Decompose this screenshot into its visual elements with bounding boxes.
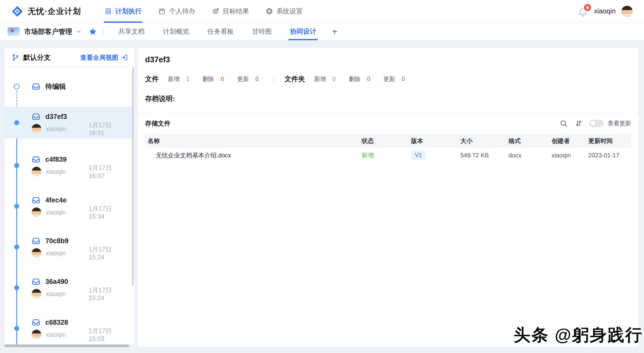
nav-tab-label: 系统设置 xyxy=(276,7,303,16)
timeline-pending-node xyxy=(14,84,20,90)
commit-detail-panel: d37ef3 文件 新增 1 删除 0 更新 0 文件夹 新增 0 删除 0 更… xyxy=(138,48,638,347)
stored-files-card-header: 存储文件 查看更新 xyxy=(145,113,631,133)
favorite-star-icon[interactable] xyxy=(89,27,97,36)
commit-time: 1月17日 15:03 xyxy=(89,327,129,342)
stored-files-title: 存储文件 xyxy=(145,119,560,128)
col-updated: 更新时间 xyxy=(586,134,631,148)
folder-stats-label: 文件夹 xyxy=(284,74,305,84)
deleted-label: 删除 xyxy=(349,75,360,83)
add-tab-button[interactable]: + xyxy=(325,23,344,40)
inbox-icon xyxy=(32,155,40,164)
ws-tab-plan-overview[interactable]: 计划概览 xyxy=(154,23,198,40)
commit-item[interactable]: 4fec4e xiaoqin 1月17日 15:34 xyxy=(5,193,134,220)
avatar xyxy=(32,248,41,258)
inbox-icon xyxy=(32,277,40,286)
divider xyxy=(273,75,274,83)
commit-detail-title: d37ef3 xyxy=(145,48,631,64)
commit-time: 1月17日 15:24 xyxy=(89,245,129,261)
nav-tab-label: 个人待办 xyxy=(169,7,195,16)
commit-author: xiaoqin xyxy=(46,168,84,175)
file-version-cell: V1 xyxy=(408,148,458,163)
commit-id: c4f839 xyxy=(45,156,67,163)
folder-added-count: 0 xyxy=(332,76,336,82)
pending-edit-item[interactable]: 待编辑 xyxy=(32,81,134,92)
avatar xyxy=(32,207,41,217)
global-view-label: 查看全局视图 xyxy=(80,53,118,62)
ws-tab-task-board[interactable]: 任务看板 xyxy=(198,23,243,40)
pending-edit-label: 待编辑 xyxy=(45,82,66,91)
commit-timeline: 待编辑 d37ef3 xiaoqin 1月17日 16:51 xyxy=(5,67,134,347)
commit-item[interactable]: d37ef3 xiaoqin 1月17日 16:51 xyxy=(5,107,134,138)
commit-item[interactable]: c68328 xiaoqin 1月17日 15:03 xyxy=(5,315,134,342)
branch-sidebar: 默认分支 查看全局视图 待编辑 xyxy=(5,48,134,347)
ws-tab-collab-design[interactable]: 协同设计 xyxy=(281,23,325,40)
project-thumbnail xyxy=(8,27,20,36)
ws-tab-label: 计划概览 xyxy=(163,27,189,36)
watermark: 头条 @躬身践行 xyxy=(514,324,643,346)
file-stats-label: 文件 xyxy=(145,74,159,84)
ws-tab-gantt[interactable]: 甘特图 xyxy=(243,23,281,40)
file-size: 549.72 KB xyxy=(458,148,506,163)
app-logo-icon xyxy=(11,5,23,17)
view-updates-toggle[interactable] xyxy=(590,120,604,127)
col-size: 大小 xyxy=(458,134,506,148)
file-updated-count: 0 xyxy=(256,76,259,82)
git-branch-icon xyxy=(12,54,19,61)
top-right: 6 xiaoqin xyxy=(578,5,633,17)
calendar-icon xyxy=(158,8,166,15)
commit-time: 1月17日 15:24 xyxy=(89,286,129,302)
branch-title: 默认分支 xyxy=(23,53,76,62)
commit-item[interactable]: 36a490 xiaoqin 1月17日 15:24 xyxy=(5,274,134,301)
file-name[interactable]: 无忧企业文档基本介绍.docx xyxy=(145,148,359,163)
workspace-tabs: 共享文档 计划概览 任务看板 甘特图 协同设计 + xyxy=(109,23,344,40)
notification-bell[interactable]: 6 xyxy=(578,5,588,17)
horizontal-scrollbar[interactable] xyxy=(5,344,134,347)
col-version: 版本 xyxy=(408,134,458,148)
commit-time: 1月17日 16:51 xyxy=(89,121,129,137)
file-format: docx xyxy=(506,148,549,163)
commit-time: 1月17日 15:34 xyxy=(89,204,129,220)
nav-tab-personal-todo[interactable]: 个人待办 xyxy=(150,0,204,23)
nav-tab-system-settings[interactable]: 系统设置 xyxy=(257,0,311,23)
table-row[interactable]: 无忧企业文档基本介绍.docx 新增 V1 549.72 KB docx xia… xyxy=(145,148,631,163)
ws-tab-label: 协同设计 xyxy=(290,27,316,36)
horizontal-scrollbar-thumb[interactable] xyxy=(5,344,129,347)
ws-tab-shared-docs[interactable]: 共享文档 xyxy=(109,23,154,40)
gear-icon xyxy=(266,8,273,15)
deleted-label: 删除 xyxy=(203,75,214,83)
commit-id: 4fec4e xyxy=(45,196,67,204)
workspace-bar: 市场部客户管理 共享文档 计划概览 任务看板 甘特图 协同设计 + xyxy=(0,23,644,40)
inbox-icon xyxy=(32,82,40,91)
global-view-link[interactable]: 查看全局视图 xyxy=(80,53,128,62)
notification-badge: 6 xyxy=(583,3,592,12)
search-icon[interactable] xyxy=(560,119,568,127)
commit-author: xiaoqin xyxy=(46,209,84,216)
project-name[interactable]: 市场部客户管理 xyxy=(24,27,72,36)
sort-icon[interactable] xyxy=(575,119,582,127)
divider xyxy=(103,27,104,36)
nav-tab-goal-results[interactable]: 目标结果 xyxy=(204,0,257,23)
commit-item[interactable]: c4f839 xiaoqin 1月17日 16:37 xyxy=(5,152,134,179)
stored-files-tools: 查看更新 xyxy=(560,119,631,127)
file-updated: 2023-01-17 xyxy=(586,148,631,163)
added-label: 新增 xyxy=(168,75,180,83)
file-creator: xiaoqin xyxy=(549,148,586,163)
commit-id: d37ef3 xyxy=(45,113,67,121)
commit-author: xiaoqin xyxy=(46,125,84,133)
commit-item[interactable]: 70c8b9 xiaoqin 1月17日 15:24 xyxy=(5,233,134,261)
avatar[interactable] xyxy=(621,6,633,17)
folder-updated-count: 0 xyxy=(402,76,405,82)
vertical-scrollbar[interactable] xyxy=(132,67,134,286)
table-header-row: 名称 状态 版本 大小 格式 创建者 更新时间 xyxy=(145,134,631,148)
version-badge[interactable]: V1 xyxy=(411,151,426,160)
commit-time: 1月17日 16:37 xyxy=(89,164,129,179)
nav-tab-plan-execution[interactable]: 计划执行 xyxy=(96,0,150,23)
folder-deleted-count: 0 xyxy=(367,76,370,82)
file-added-count: 1 xyxy=(186,76,189,82)
col-status: 状态 xyxy=(359,134,408,148)
app-title: 无忧·企业计划 xyxy=(28,6,81,17)
col-name: 名称 xyxy=(145,134,359,148)
commit-stats: 文件 新增 1 删除 0 更新 0 文件夹 新增 0 删除 0 更新 0 xyxy=(145,74,631,84)
file-deleted-count: 0 xyxy=(221,76,224,82)
chevron-down-icon[interactable] xyxy=(75,28,82,35)
